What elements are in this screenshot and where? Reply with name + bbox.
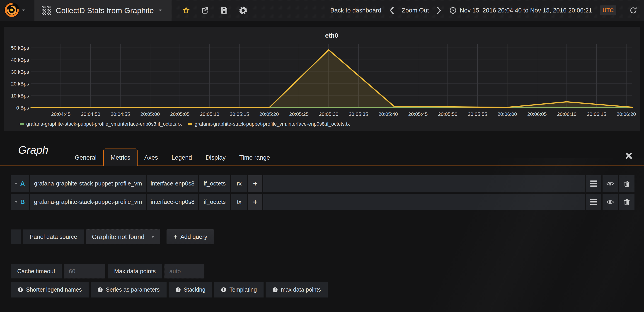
tab-axes[interactable]: Axes [138, 149, 165, 166]
zoom-out-button[interactable]: Zoom Out [402, 7, 429, 14]
time-shift-left-button[interactable] [389, 7, 394, 14]
help-shorter-legend-names[interactable]: Shorter legend names [11, 282, 88, 297]
add-query-button[interactable]: + Add query [166, 229, 214, 244]
segment-metric[interactable]: grafana-graphite-stack-puppet-profile_vm [30, 175, 146, 192]
time-range-picker[interactable]: Nov 15, 2016 20:04:40 to Nov 15, 2016 20… [449, 7, 592, 14]
segment-field[interactable]: tx [231, 194, 247, 210]
x-tick-label: 20:04:50 [81, 111, 100, 117]
query-menu-button[interactable] [586, 194, 602, 210]
x-tick-label: 20:05:45 [408, 111, 428, 117]
chevron-right-icon [437, 7, 442, 14]
eye-icon [606, 181, 614, 186]
navbar: CollectD Stats from Graphite [0, 0, 644, 21]
cache-timeout-label: Cache timeout [11, 264, 62, 278]
gear-icon [239, 6, 247, 15]
info-icon [221, 287, 226, 292]
max-data-points-label: Max data points [108, 264, 162, 278]
delete-query-button[interactable] [619, 194, 634, 210]
segment-metric[interactable]: grafana-graphite-stack-puppet-profile_vm [30, 194, 146, 210]
star-button[interactable] [182, 6, 190, 15]
help-max-data-points[interactable]: max data points [266, 282, 328, 297]
tab-display[interactable]: Display [199, 149, 232, 166]
help-templating[interactable]: Templating [214, 282, 264, 297]
tab-legend[interactable]: Legend [165, 149, 199, 166]
legend-label: grafana-graphite-stack-puppet-profile_vm… [26, 121, 182, 127]
grafana-logo-block[interactable] [0, 0, 34, 21]
panel-title[interactable]: eth0 [325, 32, 338, 39]
add-segment-button[interactable]: + [248, 175, 262, 192]
toggle-visibility-button[interactable] [602, 175, 618, 192]
eye-icon [606, 199, 614, 205]
query-ref-toggle[interactable]: A [11, 175, 29, 192]
save-icon [220, 6, 228, 15]
chevron-down-icon [15, 183, 18, 185]
add-segment-button[interactable]: + [248, 194, 262, 210]
series-fill [31, 50, 632, 108]
add-query-label: Add query [180, 233, 207, 240]
close-editor-button[interactable] [625, 152, 633, 160]
navbar-actions [172, 6, 258, 15]
panel-editor: Graph General Metrics Axes Legend Displa… [0, 131, 644, 312]
legend-label: grafana-graphite-stack-puppet-profile_vm… [195, 121, 350, 127]
dashboard-title-block[interactable]: CollectD Stats from Graphite [34, 0, 172, 21]
timezone-badge[interactable]: UTC [600, 6, 616, 16]
trash-icon [624, 180, 630, 187]
chevron-left-icon [389, 7, 394, 14]
help-button-label: Series as parameters [106, 286, 160, 293]
segment-interface[interactable]: interface-enp0s3 [147, 175, 198, 192]
traffic-chart[interactable]: 0 Bps10 kBps20 kBps30 kBps40 kBps50 kBps… [4, 27, 640, 131]
plus-icon: + [174, 233, 177, 241]
graph-panel: 0 Bps10 kBps20 kBps30 kBps40 kBps50 kBps… [4, 27, 640, 131]
query-list: A grafana-graphite-stack-puppet-profile_… [11, 175, 634, 212]
segment-interface[interactable]: interface-enp0s8 [147, 194, 198, 210]
help-button-label: Shorter legend names [26, 286, 82, 293]
options-row: Cache timeout Max data points [11, 264, 204, 278]
clock-icon [449, 7, 456, 14]
x-tick-label: 20:06:00 [498, 111, 517, 117]
help-series-as-parameters[interactable]: Series as parameters [91, 282, 166, 297]
datasource-dropdown[interactable]: Graphite not found [86, 229, 160, 244]
settings-button[interactable] [239, 6, 247, 15]
query-ref-letter: A [20, 180, 25, 187]
save-button[interactable] [220, 6, 228, 15]
help-stacking[interactable]: Stacking [168, 282, 212, 297]
info-icon [18, 287, 23, 292]
query-menu-button[interactable] [586, 175, 602, 192]
refresh-button[interactable] [630, 7, 637, 14]
query-row-filler [263, 175, 585, 192]
menu-icon [590, 199, 597, 205]
navbar-right: Back to dashboard Zoom Out Nov 15, 2016 … [330, 6, 644, 16]
y-tick-label: 40 kBps [11, 57, 29, 63]
legend-item[interactable]: grafana-graphite-stack-puppet-profile_vm… [20, 121, 182, 127]
x-tick-label: 20:05:15 [230, 111, 249, 117]
segment-type[interactable]: if_octets [199, 175, 230, 192]
x-tick-label: 20:05:00 [140, 111, 160, 117]
dashboard-grid-icon [42, 6, 51, 15]
time-shift-right-button[interactable] [437, 7, 442, 14]
toggle-visibility-button[interactable] [602, 194, 618, 210]
chart-legend: grafana-graphite-stack-puppet-profile_vm… [20, 121, 350, 127]
max-data-points-input[interactable] [164, 264, 204, 278]
tab-time-range[interactable]: Time range [232, 149, 277, 166]
x-tick-label: 20:05:50 [438, 111, 458, 117]
grafana-logo-icon [4, 2, 20, 19]
delete-query-button[interactable] [619, 175, 634, 192]
x-tick-label: 20:04:45 [51, 111, 71, 117]
help-buttons-row: Shorter legend names Series as parameter… [11, 282, 328, 297]
info-icon [176, 287, 181, 292]
cache-timeout-input[interactable] [64, 264, 105, 278]
datasource-row: Panel data source Graphite not found + A… [11, 229, 214, 244]
share-button[interactable] [201, 6, 209, 15]
segment-type[interactable]: if_octets [199, 194, 230, 210]
segment-field[interactable]: rx [231, 175, 247, 192]
x-tick-label: 20:05:05 [170, 111, 190, 117]
datasource-collapse-box[interactable] [11, 229, 21, 244]
legend-item[interactable]: grafana-graphite-stack-puppet-profile_vm… [188, 121, 350, 127]
tab-general[interactable]: General [68, 149, 103, 166]
share-icon [201, 6, 209, 15]
refresh-icon [630, 7, 637, 14]
query-ref-toggle[interactable]: B [11, 194, 29, 210]
tab-metrics[interactable]: Metrics [103, 149, 138, 166]
back-to-dashboard-button[interactable]: Back to dashboard [330, 7, 381, 14]
x-tick-label: 20:05:10 [200, 111, 219, 117]
